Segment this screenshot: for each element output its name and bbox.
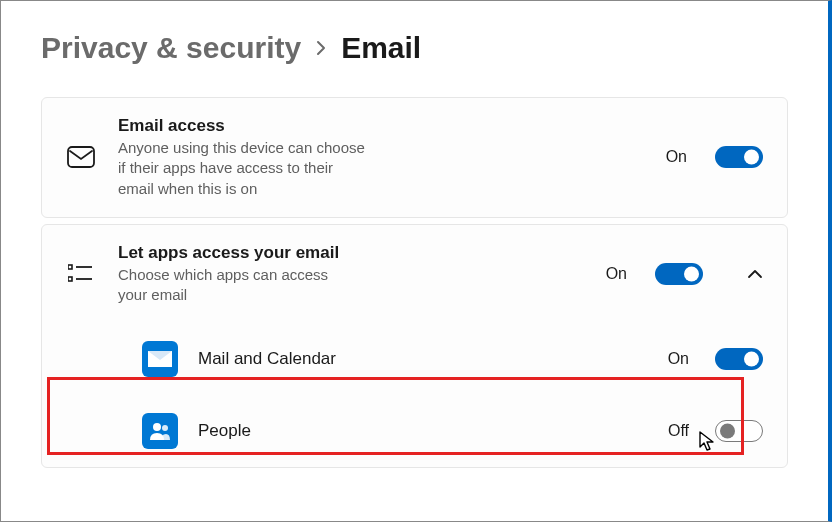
let-apps-text: Let apps access your email Choose which … bbox=[118, 243, 340, 306]
svg-point-6 bbox=[153, 423, 161, 431]
app-state-label: Off bbox=[668, 422, 689, 440]
email-access-text: Email access Anyone using this device ca… bbox=[118, 116, 370, 199]
breadcrumb-parent[interactable]: Privacy & security bbox=[41, 31, 301, 65]
app-row-mail-and-calendar[interactable]: Mail and Calendar On bbox=[42, 323, 787, 395]
svg-rect-0 bbox=[68, 147, 94, 167]
mail-icon bbox=[66, 146, 96, 168]
people-app-icon bbox=[142, 413, 178, 449]
app-state-label: On bbox=[668, 350, 689, 368]
let-apps-toggle[interactable] bbox=[655, 263, 703, 285]
svg-point-7 bbox=[162, 425, 168, 431]
mail-app-icon bbox=[142, 341, 178, 377]
let-apps-title: Let apps access your email bbox=[118, 243, 340, 263]
email-access-description: Anyone using this device can choose if t… bbox=[118, 138, 370, 199]
chevron-right-icon bbox=[315, 34, 327, 62]
app-toggle-mail-and-calendar[interactable] bbox=[715, 348, 763, 370]
breadcrumb-current: Email bbox=[341, 31, 421, 65]
email-access-row[interactable]: Email access Anyone using this device ca… bbox=[42, 98, 787, 217]
email-access-toggle[interactable] bbox=[715, 146, 763, 168]
let-apps-description: Choose which apps can access your email bbox=[118, 265, 340, 306]
app-toggle-people[interactable] bbox=[715, 420, 763, 442]
let-apps-card: Let apps access your email Choose which … bbox=[41, 224, 788, 469]
let-apps-state-label: On bbox=[606, 265, 627, 283]
let-apps-row[interactable]: Let apps access your email Choose which … bbox=[42, 225, 787, 324]
list-icon bbox=[66, 263, 96, 285]
chevron-up-icon[interactable] bbox=[747, 265, 763, 283]
app-row-people[interactable]: People Off bbox=[42, 395, 787, 467]
breadcrumb: Privacy & security Email bbox=[41, 31, 788, 65]
email-access-card: Email access Anyone using this device ca… bbox=[41, 97, 788, 218]
app-name-label: Mail and Calendar bbox=[198, 349, 648, 369]
email-access-title: Email access bbox=[118, 116, 370, 136]
svg-rect-3 bbox=[68, 277, 72, 281]
svg-rect-1 bbox=[68, 265, 72, 269]
app-name-label: People bbox=[198, 421, 648, 441]
email-access-state-label: On bbox=[666, 148, 687, 166]
